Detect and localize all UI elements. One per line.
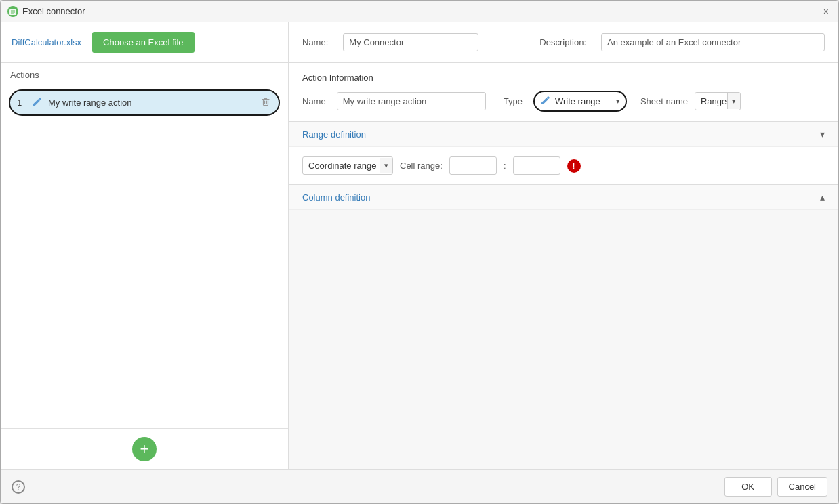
name-label: Name: — [302, 37, 328, 47]
action-type-icon — [32, 96, 43, 109]
sheet-name-label: Sheet name — [640, 96, 688, 106]
file-link[interactable]: DiffCalculator.xlsx — [12, 37, 81, 47]
action-number: 1 — [17, 98, 26, 108]
range-definition-body: Coordinate range Named range ▾ Cell rang… — [289, 147, 838, 184]
coord-type-select[interactable]: Coordinate range Named range — [303, 157, 380, 174]
help-icon[interactable]: ? — [12, 480, 25, 494]
footer-buttons: OK Cancel — [724, 477, 827, 497]
action-delete-button[interactable] — [260, 97, 272, 108]
range-definition-toggle: ▾ — [820, 129, 825, 140]
range-definition-header[interactable]: Range definition ▾ — [289, 122, 838, 147]
actions-label: Actions — [10, 70, 39, 80]
excel-connector-window: Excel connector × DiffCalculator.xlsx Ch… — [0, 0, 839, 504]
action-name-label: Name — [302, 96, 326, 106]
action-name-input[interactable] — [337, 92, 486, 110]
action-name: My write range action — [48, 98, 254, 108]
add-action-button[interactable]: + — [132, 437, 157, 461]
cancel-button[interactable]: Cancel — [777, 477, 827, 497]
range-row: Coordinate range Named range ▾ Cell rang… — [302, 156, 825, 175]
cell-range-to-input[interactable] — [513, 156, 560, 175]
connector-description-input[interactable] — [601, 33, 825, 51]
left-panel: DiffCalculator.xlsx Choose an Excel file… — [1, 22, 289, 469]
type-chevron-icon: ▾ — [616, 97, 620, 106]
close-button[interactable]: × — [821, 5, 832, 18]
cell-range-from-input[interactable] — [449, 156, 497, 175]
action-info: Action Information Name Type Write range — [289, 63, 838, 122]
range-definition-title: Range definition — [302, 129, 366, 140]
type-select[interactable]: Write range Read range Write cell Read c… — [555, 96, 612, 106]
title-bar: Excel connector × — [1, 1, 838, 22]
footer: ? OK Cancel — [1, 469, 838, 503]
file-section: DiffCalculator.xlsx Choose an Excel file — [1, 22, 288, 63]
action-info-title: Action Information — [302, 72, 825, 83]
window-title: Excel connector — [22, 6, 85, 16]
actions-list: 1 My write range action — [1, 84, 288, 261]
range-definition-panel: Range definition ▾ Coordinate range Name… — [289, 122, 838, 185]
sheet-select-wrapper: Range ▾ — [695, 92, 741, 110]
title-bar-left: Excel connector — [7, 6, 85, 17]
type-label: Type — [504, 96, 523, 106]
column-definition-panel: Column definition ▴ — [289, 185, 838, 469]
ok-button[interactable]: OK — [724, 477, 772, 497]
description-label: Description: — [539, 37, 586, 47]
validation-error-icon: ! — [567, 159, 581, 173]
column-definition-header[interactable]: Column definition ▴ — [289, 185, 838, 210]
type-select-wrapper: Write range Read range Write cell Read c… — [533, 91, 627, 112]
action-item[interactable]: 1 My write range action — [9, 89, 280, 116]
column-definition-title: Column definition — [302, 192, 370, 203]
actions-section: Actions — [1, 63, 288, 84]
main-content: DiffCalculator.xlsx Choose an Excel file… — [1, 22, 838, 469]
add-btn-container: + — [1, 428, 288, 469]
write-range-icon — [540, 95, 551, 108]
sheet-name-select[interactable]: Range — [695, 93, 727, 110]
column-definition-toggle: ▴ — [820, 192, 825, 203]
cell-range-colon: : — [504, 161, 506, 171]
connector-header: Name: Description: — [289, 22, 838, 63]
app-icon — [7, 6, 18, 17]
right-panel: Name: Description: Action Information Na… — [289, 22, 838, 469]
coord-chevron-icon: ▾ — [380, 158, 392, 173]
sheet-chevron-icon: ▾ — [727, 93, 740, 109]
action-info-row: Name Type Write range Read range Write — [302, 91, 825, 112]
coord-type-wrapper: Coordinate range Named range ▾ — [302, 156, 393, 175]
cell-range-label: Cell range: — [400, 161, 443, 171]
choose-file-button[interactable]: Choose an Excel file — [92, 32, 195, 53]
connector-name-input[interactable] — [343, 33, 478, 51]
